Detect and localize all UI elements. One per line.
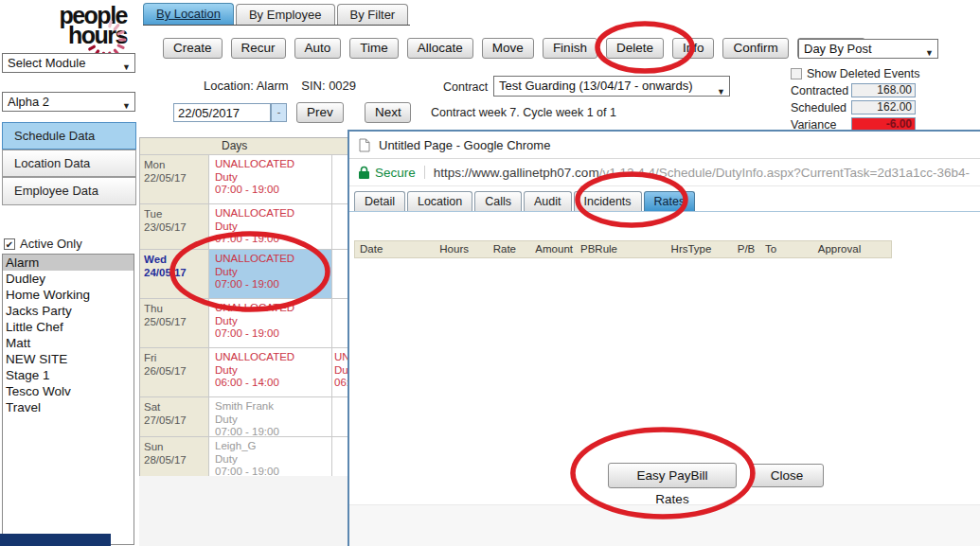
- col-pb: P/B: [731, 241, 761, 257]
- module-select[interactable]: Select Module ▼: [2, 53, 135, 73]
- tab-rates[interactable]: Rates: [644, 191, 696, 211]
- col-pbrule: PBRule: [576, 241, 651, 257]
- allocate-button[interactable]: Allocate: [407, 38, 473, 59]
- list-item[interactable]: Matt: [3, 335, 134, 351]
- active-only-label: Active Only: [20, 237, 82, 251]
- duty-cell[interactable]: UNALLOCATED Duty 07:00 - 19:00: [209, 155, 332, 203]
- tab-location[interactable]: Location: [407, 191, 472, 211]
- bottom-left-bar: [0, 534, 111, 546]
- day-date: 25/05/17: [144, 315, 208, 328]
- day-name: Sat: [144, 400, 208, 414]
- popup-footer: [349, 504, 980, 546]
- list-item[interactable]: Home Working: [3, 287, 134, 303]
- toolbar: Create Recur Auto Time Allocate Move Fin…: [163, 38, 865, 59]
- col-rate: Rate: [472, 241, 519, 257]
- prev-button[interactable]: Prev: [296, 102, 344, 123]
- list-item[interactable]: NEW SITE: [3, 351, 134, 367]
- date-dropdown-button[interactable]: -: [271, 103, 287, 122]
- secure-label: Secure: [375, 166, 416, 180]
- chevron-down-icon: ▼: [925, 44, 934, 62]
- recur-button[interactable]: Recur: [231, 38, 286, 59]
- url-path: /v1.12.4.4/Schedule/DutyInfo.aspx?Curren…: [599, 166, 970, 180]
- create-button[interactable]: Create: [163, 38, 223, 59]
- tab-by-employee[interactable]: By Employee: [236, 4, 335, 25]
- tab-audit[interactable]: Audit: [524, 191, 572, 211]
- list-item[interactable]: Travel: [3, 399, 134, 415]
- info-button[interactable]: Info: [672, 38, 715, 59]
- tab-incidents[interactable]: Incidents: [574, 191, 642, 211]
- contracted-field: 168.00: [851, 83, 916, 97]
- duty-cell[interactable]: Leigh_G Duty 07:00 - 19:00: [209, 437, 332, 477]
- week-info: Contract week 7. Cycle week 1 of 1: [431, 106, 616, 119]
- move-button[interactable]: Move: [482, 38, 534, 59]
- list-item[interactable]: Dudley: [3, 271, 134, 287]
- col-hrstype: HrsType: [651, 241, 731, 257]
- chevron-down-icon: ▼: [122, 59, 131, 77]
- duty-cell[interactable]: Smith Frank Duty 07:00 - 19:00: [209, 397, 332, 436]
- duty-cell-selected[interactable]: UNALLOCATED Duty 07:00 - 19:00: [209, 250, 332, 298]
- scheduled-field: 162.00: [851, 100, 916, 114]
- day-date: 26/05/17: [144, 364, 208, 378]
- day-name: Sun: [144, 440, 208, 453]
- popup-address-bar[interactable]: Secure https://www.gallinetph07.com/v1.1…: [349, 159, 980, 186]
- duty-cell[interactable]: UNALLOCATED Duty 07:00 - 19:00: [209, 299, 332, 347]
- day-name: Fri: [144, 351, 208, 364]
- sidebar-item-location-data[interactable]: Location Data: [2, 150, 136, 177]
- list-item[interactable]: Tesco Wolv: [3, 383, 134, 399]
- duty-cell[interactable]: UNALLOCATED Duty 07:00 - 19:00: [209, 204, 332, 249]
- confirm-button[interactable]: Confirm: [722, 38, 788, 59]
- show-deleted-label: Show Deleted Events: [807, 67, 920, 80]
- day-date: 23/05/17: [144, 220, 208, 234]
- next-button[interactable]: Next: [365, 102, 411, 123]
- rates-table-header: Date Hours Rate Amount PBRule HrsType P/…: [354, 240, 892, 258]
- contract-select-value: Test Guarding (13/04/17 - onwards): [499, 79, 693, 93]
- popup-title-bar[interactable]: Untitled Page - Google Chrome: [349, 132, 980, 159]
- contract-label: Contract: [443, 80, 488, 94]
- lock-icon: [359, 166, 369, 179]
- col-to: To: [761, 241, 790, 257]
- day-date: 28/05/17: [144, 453, 208, 467]
- day-name: Mon: [144, 158, 208, 171]
- popup-tabs: Detail Location Calls Audit Incidents Ra…: [349, 186, 980, 212]
- day-name: Wed: [144, 253, 208, 266]
- view-mode-select[interactable]: Day By Post ▼: [798, 39, 938, 59]
- tab-by-filter[interactable]: By Filter: [337, 4, 409, 25]
- col-date: Date: [355, 241, 418, 257]
- contract-select[interactable]: Test Guarding (13/04/17 - onwards) ▼: [493, 76, 730, 97]
- chevron-down-icon: ▼: [122, 97, 131, 115]
- group-select[interactable]: Alpha 2 ▼: [2, 92, 135, 112]
- duty-info-popup: Untitled Page - Google Chrome Secure htt…: [347, 130, 980, 546]
- sidebar-item-employee-data[interactable]: Employee Data: [2, 177, 136, 205]
- sidebar-item-schedule-data[interactable]: Schedule Data: [2, 122, 136, 150]
- tab-by-location[interactable]: By Location: [143, 3, 234, 25]
- location-sin-line: Location: Alarm SIN: 0029: [204, 79, 356, 93]
- view-tabs: By Location By Employee By Filter: [143, 3, 410, 26]
- easy-paybill-rates-button[interactable]: Easy PayBill Rates: [608, 463, 737, 488]
- chevron-down-icon: ▼: [717, 82, 725, 101]
- show-deleted-checkbox[interactable]: ✔: [791, 68, 802, 79]
- tab-calls[interactable]: Calls: [474, 191, 522, 211]
- list-item[interactable]: Stage 1: [3, 367, 134, 383]
- finish-button[interactable]: Finish: [543, 38, 597, 59]
- page-background: [139, 476, 347, 546]
- tab-detail[interactable]: Detail: [354, 191, 405, 211]
- active-only-checkbox[interactable]: ✔: [4, 238, 15, 250]
- duty-cell[interactable]: UNALLOCATED Duty 06:00 - 14:00: [209, 348, 332, 396]
- sin-text: SIN: 0029: [301, 79, 356, 93]
- view-mode-value: Day By Post: [804, 42, 872, 56]
- list-item[interactable]: Jacks Party: [3, 303, 134, 319]
- day-date: 27/05/17: [144, 414, 208, 427]
- location-text: Location: Alarm: [204, 79, 289, 93]
- date-input[interactable]: [173, 103, 271, 122]
- day-name: Tue: [144, 207, 208, 220]
- auto-button[interactable]: Auto: [294, 38, 342, 59]
- list-item[interactable]: Alarm: [3, 255, 134, 271]
- day-name: Thu: [144, 302, 208, 315]
- divider: [424, 166, 425, 179]
- list-item[interactable]: Little Chef: [3, 319, 134, 335]
- delete-button[interactable]: Delete: [606, 38, 664, 59]
- popup-title: Untitled Page - Google Chrome: [379, 138, 550, 152]
- time-button[interactable]: Time: [349, 38, 399, 59]
- module-select-value: Select Module: [8, 56, 85, 70]
- close-button[interactable]: Close: [750, 464, 824, 487]
